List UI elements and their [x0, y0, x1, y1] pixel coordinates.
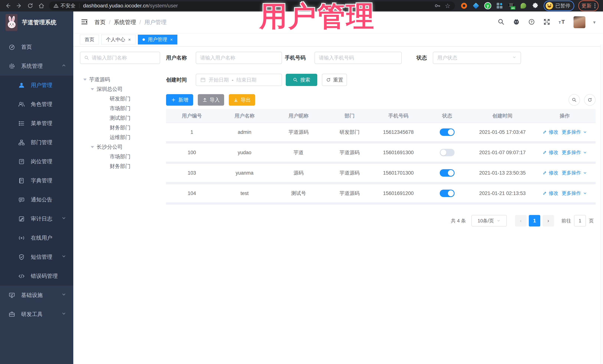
browser-back-icon[interactable]	[3, 1, 13, 10]
help-icon[interactable]: ?	[528, 18, 535, 26]
browser-home-icon[interactable]	[36, 1, 46, 10]
chevron-down-icon	[583, 171, 587, 175]
github-icon[interactable]	[513, 18, 520, 26]
toggle-search-button[interactable]	[568, 94, 580, 106]
tree-node-9[interactable]: 财务部门	[80, 161, 160, 171]
tree-node-label: 市场部门	[110, 105, 130, 112]
page-size-select[interactable]: 10条/页	[471, 215, 507, 226]
user-avatar[interactable]	[573, 16, 585, 28]
dept-search-box	[80, 52, 160, 64]
breadcrumb-item-2[interactable]: 用户管理	[144, 19, 167, 26]
password-key-icon[interactable]	[434, 1, 441, 10]
cell-nickname: 芋道	[271, 149, 326, 156]
status-select[interactable]: 用户状态	[433, 52, 521, 64]
tree-node-0[interactable]: 芋道源码	[80, 75, 160, 84]
tree-node-6[interactable]: 运维部门	[80, 132, 160, 142]
status-toggle[interactable]	[440, 169, 454, 177]
add-button[interactable]: 新增	[166, 94, 193, 106]
edit-link[interactable]: 修改	[549, 190, 558, 197]
goto-page-input[interactable]	[574, 215, 586, 226]
sidebar-item-9[interactable]: 审计日志	[0, 209, 73, 228]
sidebar-item-11[interactable]: 短信管理	[0, 247, 73, 266]
tab-1[interactable]: 个人中心×	[101, 35, 135, 44]
ext-blue-grid-icon[interactable]	[496, 2, 504, 10]
export-button[interactable]: 导出	[229, 94, 255, 106]
page-scrollbar[interactable]	[600, 44, 603, 364]
tree-node-7[interactable]: 长沙分公司	[80, 142, 160, 152]
more-actions-link[interactable]: 更多操作	[562, 149, 581, 156]
tree-expand-icon[interactable]	[91, 146, 94, 148]
mobile-input[interactable]	[319, 55, 397, 61]
header-search-icon[interactable]	[498, 18, 505, 26]
status-toggle[interactable]	[440, 190, 454, 197]
current-page-button[interactable]: 1	[529, 215, 540, 226]
sidebar-item-2[interactable]: 用户管理	[0, 76, 73, 95]
bookmark-star-icon[interactable]: ☆	[445, 3, 451, 9]
browser-menu-icon[interactable]	[594, 3, 595, 8]
puzzle-extensions-icon[interactable]	[531, 2, 539, 10]
tree-node-8[interactable]: 市场部门	[80, 152, 160, 161]
tree-node-1[interactable]: 深圳总公司	[80, 84, 160, 94]
tab-2[interactable]: 用户管理×	[138, 35, 177, 44]
tree-node-label: 财务部门	[110, 163, 130, 170]
app-logo[interactable]: 芋道管理系统	[0, 11, 73, 33]
browser-update-button[interactable]: 更新	[578, 0, 599, 11]
tree-node-5[interactable]: 财务部门	[80, 123, 160, 132]
edit-link[interactable]: 修改	[549, 129, 558, 135]
sidebar-item-14[interactable]: 研发工具	[0, 305, 73, 324]
fullscreen-icon[interactable]	[543, 18, 550, 26]
tree-node-4[interactable]: 测试部门	[80, 113, 160, 123]
avatar-caret-down-icon[interactable]: ▾	[593, 20, 596, 25]
sidebar-fold-icon[interactable]	[81, 18, 88, 26]
sidebar-item-1[interactable]: 系统管理	[0, 56, 73, 76]
browser-forward-icon[interactable]	[14, 1, 24, 10]
reset-button[interactable]: 重置	[322, 74, 347, 86]
date-range-picker[interactable]: 开始日期 - 结束日期	[196, 74, 282, 86]
breadcrumb-item-1[interactable]: 系统管理	[114, 19, 136, 26]
tree-node-3[interactable]: 市场部门	[80, 104, 160, 113]
sidebar-item-12[interactable]: 错误码管理	[0, 266, 73, 286]
import-button[interactable]: 导入	[198, 94, 224, 106]
ext-blue-diamond-icon[interactable]	[472, 2, 480, 10]
refresh-table-button[interactable]	[584, 94, 596, 106]
security-chip[interactable]: 不安全	[53, 2, 76, 9]
tree-expand-icon[interactable]	[83, 78, 87, 81]
status-toggle[interactable]	[440, 149, 454, 156]
sidebar-item-5[interactable]: 部门管理	[0, 133, 73, 152]
more-actions-link[interactable]: 更多操作	[562, 190, 581, 197]
next-page-button[interactable]: ›	[543, 215, 554, 226]
tree-node-2[interactable]: 研发部门	[80, 94, 160, 104]
tab-0[interactable]: 首页	[80, 35, 99, 44]
ext-on-badge-icon[interactable]: on	[508, 2, 515, 10]
status-toggle[interactable]	[440, 128, 454, 136]
edit-link[interactable]: 修改	[549, 149, 558, 156]
ext-green-y-icon[interactable]: y	[484, 2, 492, 10]
tab-close-icon[interactable]: ×	[128, 37, 131, 42]
ext-green-sprout-icon[interactable]	[520, 2, 527, 10]
profile-paused-badge[interactable]: 已暂停	[544, 0, 574, 11]
more-actions-link[interactable]: 更多操作	[562, 170, 581, 176]
address-bar[interactable]: 不安全 dashboard.yudao.iocoder.cn/system/us…	[49, 1, 455, 10]
browser-reload-icon[interactable]	[25, 1, 35, 10]
prev-page-button[interactable]: ‹	[515, 215, 527, 226]
search-button[interactable]: 搜索	[286, 74, 317, 86]
sidebar-item-6[interactable]: 岗位管理	[0, 152, 73, 171]
sidebar-item-3[interactable]: 角色管理	[0, 95, 73, 114]
table-body: 1admin芋道源码研发部门156123456782021-01-05 17:0…	[166, 123, 596, 205]
breadcrumb-item-0[interactable]: 首页	[94, 19, 105, 26]
sidebar-item-10[interactable]: 在线用户	[0, 228, 73, 247]
sidebar-item-8[interactable]: 通知公告	[0, 190, 73, 209]
sidebar-item-0[interactable]: 首页	[0, 37, 73, 56]
font-size-icon[interactable]: TT	[558, 18, 566, 26]
more-actions-link[interactable]: 更多操作	[562, 129, 581, 135]
username-input[interactable]	[200, 55, 278, 61]
tab-close-icon[interactable]: ×	[170, 37, 173, 42]
tree-node-label: 测试部门	[110, 115, 130, 121]
tree-expand-icon[interactable]	[91, 88, 94, 90]
ext-orange-icon[interactable]	[460, 2, 468, 10]
sidebar-item-4[interactable]: 菜单管理	[0, 114, 73, 133]
dept-search-input[interactable]	[92, 55, 156, 61]
edit-link[interactable]: 修改	[549, 170, 558, 176]
sidebar-item-13[interactable]: 基础设施	[0, 286, 73, 305]
sidebar-item-7[interactable]: 字典管理	[0, 171, 73, 190]
